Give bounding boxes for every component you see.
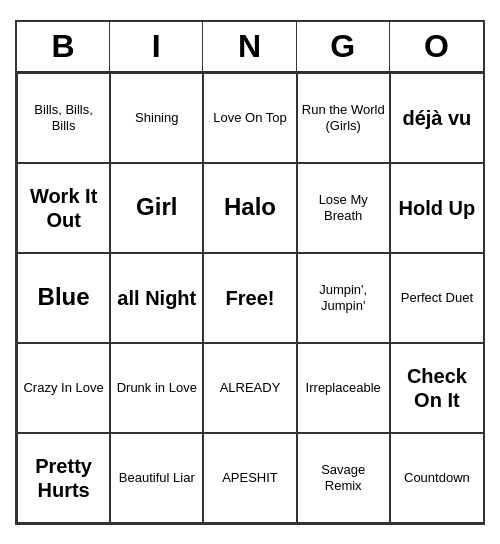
bingo-cell-10: Blue <box>17 253 110 343</box>
bingo-cell-16: Drunk in Love <box>110 343 203 433</box>
bingo-cell-8: Lose My Breath <box>297 163 390 253</box>
bingo-cell-14: Perfect Duet <box>390 253 483 343</box>
header-letter-b: B <box>17 22 110 71</box>
header-letter-g: G <box>297 22 390 71</box>
bingo-cell-20: Pretty Hurts <box>17 433 110 523</box>
bingo-cell-2: Love On Top <box>203 73 296 163</box>
bingo-cell-17: ALREADY <box>203 343 296 433</box>
bingo-cell-18: Irreplaceable <box>297 343 390 433</box>
bingo-cell-6: Girl <box>110 163 203 253</box>
bingo-card: BINGO Bills, Bills, BillsShiningLove On … <box>15 20 485 525</box>
bingo-cell-5: Work It Out <box>17 163 110 253</box>
bingo-cell-4: déjà vu <box>390 73 483 163</box>
bingo-header: BINGO <box>17 22 483 73</box>
bingo-cell-23: Savage Remix <box>297 433 390 523</box>
bingo-cell-1: Shining <box>110 73 203 163</box>
bingo-cell-19: Check On It <box>390 343 483 433</box>
bingo-cell-24: Countdown <box>390 433 483 523</box>
bingo-cell-0: Bills, Bills, Bills <box>17 73 110 163</box>
bingo-cell-7: Halo <box>203 163 296 253</box>
bingo-cell-12: Free! <box>203 253 296 343</box>
bingo-cell-9: Hold Up <box>390 163 483 253</box>
bingo-cell-3: Run the World (Girls) <box>297 73 390 163</box>
bingo-cell-11: all Night <box>110 253 203 343</box>
bingo-grid: Bills, Bills, BillsShiningLove On TopRun… <box>17 73 483 523</box>
header-letter-o: O <box>390 22 483 71</box>
bingo-cell-21: Beautiful Liar <box>110 433 203 523</box>
header-letter-n: N <box>203 22 296 71</box>
header-letter-i: I <box>110 22 203 71</box>
bingo-cell-15: Crazy In Love <box>17 343 110 433</box>
bingo-cell-22: APESHIT <box>203 433 296 523</box>
bingo-cell-13: Jumpin', Jumpin' <box>297 253 390 343</box>
